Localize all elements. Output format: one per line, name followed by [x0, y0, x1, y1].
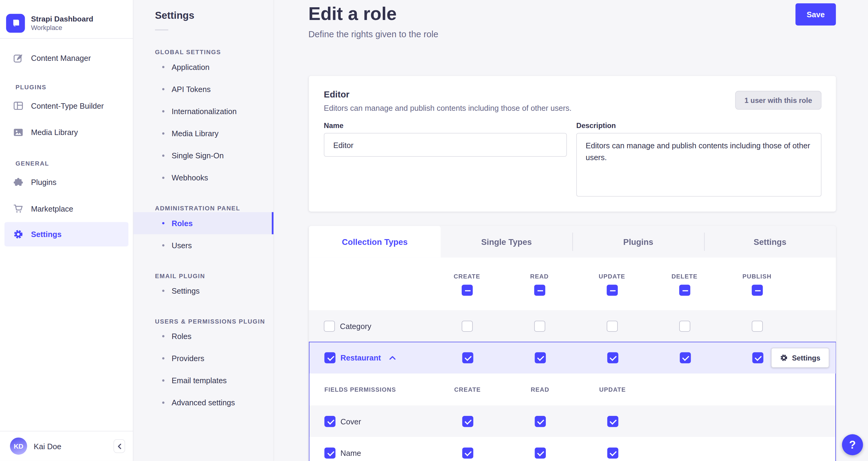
- tab-collection-types[interactable]: Collection Types: [309, 226, 440, 258]
- strapi-admin-app: Strapi Dashboard Workplace Content Manag…: [0, 0, 868, 461]
- master-checkbox-create[interactable]: [461, 285, 472, 296]
- column-header-read: READ: [530, 273, 549, 280]
- checkbox-restaurant-read[interactable]: [535, 352, 546, 364]
- subnav-item-email-templates[interactable]: Email templates: [133, 369, 274, 392]
- sidebar-item-marketplace[interactable]: Marketplace: [0, 196, 133, 222]
- checkbox-cover[interactable]: [324, 415, 336, 427]
- sidebar-item-label: Media Library: [31, 128, 78, 137]
- subnav-section-global-settings: GLOBAL SETTINGS: [133, 48, 274, 56]
- divider: [155, 29, 168, 31]
- checkbox-name-create[interactable]: [462, 447, 473, 458]
- sidebar-item-media-library[interactable]: Media Library: [0, 119, 133, 146]
- table-row-category: Category: [309, 310, 836, 342]
- bullet-icon: [162, 335, 164, 337]
- fields-column-update: UPDATE: [599, 386, 626, 393]
- help-button[interactable]: ?: [842, 434, 863, 455]
- workspace-subtitle: Workplace: [31, 24, 93, 32]
- master-checkbox-delete[interactable]: [679, 285, 690, 296]
- checkbox-restaurant-publish[interactable]: [752, 352, 763, 364]
- master-checkbox-update[interactable]: [606, 285, 618, 296]
- subnav-item-internationalization[interactable]: Internationalization: [133, 100, 274, 122]
- role-name-heading: Editor: [324, 90, 349, 99]
- sidebar-item-content-type-builder[interactable]: Content-Type Builder: [0, 93, 133, 119]
- tab-single-types[interactable]: Single Types: [440, 226, 572, 258]
- master-checkbox-read[interactable]: [534, 285, 545, 296]
- role-details-card: Editor Editors can manage and publish co…: [309, 76, 836, 211]
- users-with-role-button[interactable]: 1 user with this role: [735, 91, 822, 110]
- subnav-item-providers[interactable]: Providers: [133, 347, 274, 369]
- subnav-item-webhooks[interactable]: Webhooks: [133, 167, 274, 189]
- collapse-sidebar-button[interactable]: [114, 439, 125, 453]
- checkbox-restaurant-delete[interactable]: [680, 352, 691, 364]
- checkbox-cover-read[interactable]: [535, 415, 546, 427]
- user-name: Kai Doe: [34, 442, 107, 451]
- column-header-delete: DELETE: [671, 273, 698, 280]
- permissions-table-header: CREATE READ UPDATE DELETE PUBLISH: [309, 258, 836, 310]
- checkbox-cover-update[interactable]: [607, 415, 618, 427]
- sidebar-item-label: Content Manager: [31, 54, 91, 62]
- fields-permissions-title: FIELDS PERMISSIONS: [324, 386, 396, 393]
- bullet-icon: [162, 110, 164, 112]
- settings-subnav: Settings GLOBAL SETTINGS Application API…: [133, 0, 274, 461]
- subnav-section-email-plugin: EMAIL PLUGIN: [133, 272, 274, 280]
- subnav-item-users[interactable]: Users: [133, 234, 274, 256]
- checkbox-restaurant-create[interactable]: [462, 352, 473, 364]
- row-settings-button[interactable]: Settings: [771, 348, 829, 368]
- checkbox-cover-create[interactable]: [462, 415, 473, 427]
- chevron-up-icon[interactable]: [390, 356, 396, 360]
- subnav-item-single-sign-on[interactable]: Single Sign-On: [133, 145, 274, 167]
- workspace-title: Strapi Dashboard: [31, 15, 93, 24]
- master-checkbox-publish[interactable]: [751, 285, 763, 296]
- checkbox-category-create[interactable]: [461, 320, 472, 332]
- permissions-card: Collection Types Single Types Plugins Se…: [309, 226, 836, 461]
- row-label[interactable]: Category: [340, 321, 371, 330]
- gear-icon: [13, 229, 23, 239]
- sidebar-item-label: Marketplace: [31, 204, 73, 213]
- permissions-tabs: Collection Types Single Types Plugins Se…: [309, 226, 836, 258]
- subnav-item-api-tokens[interactable]: API Tokens: [133, 78, 274, 100]
- checkbox-category[interactable]: [324, 320, 335, 332]
- subnav-item-advanced-settings[interactable]: Advanced settings: [133, 392, 274, 414]
- avatar[interactable]: KD: [10, 437, 27, 455]
- checkbox-restaurant-update[interactable]: [607, 352, 618, 364]
- checkbox-category-publish[interactable]: [751, 320, 763, 332]
- sidebar-item-settings[interactable]: Settings: [4, 222, 129, 247]
- subnav-item-media-library[interactable]: Media Library: [133, 122, 274, 144]
- checkbox-category-read[interactable]: [534, 320, 545, 332]
- bullet-icon: [162, 222, 164, 224]
- restaurant-expanded-section: Restaurant: [309, 342, 836, 461]
- bullet-icon: [162, 379, 164, 381]
- sidebar-footer: KD Kai Doe: [0, 431, 133, 461]
- subnav-item-up-roles[interactable]: Roles: [133, 325, 274, 347]
- sidebar-item-label: Settings: [31, 230, 61, 238]
- sidebar-item-label: Plugins: [31, 178, 56, 186]
- page-subtitle: Define the rights given to the role: [308, 29, 438, 39]
- row-label[interactable]: Restaurant: [340, 353, 381, 362]
- bullet-icon: [162, 244, 164, 247]
- checkbox-restaurant[interactable]: [324, 352, 336, 364]
- main-sidebar: Strapi Dashboard Workplace Content Manag…: [0, 0, 133, 461]
- gear-icon: [780, 354, 788, 362]
- subnav-item-application[interactable]: Application: [133, 56, 274, 78]
- workspace-switcher[interactable]: Strapi Dashboard Workplace: [0, 0, 133, 38]
- checkbox-name[interactable]: [324, 447, 336, 458]
- save-button[interactable]: Save: [796, 3, 836, 25]
- bullet-icon: [162, 290, 164, 292]
- bullet-icon: [162, 402, 164, 404]
- sidebar-item-plugins[interactable]: Plugins: [0, 169, 133, 196]
- bullet-icon: [162, 154, 164, 156]
- row-label: Name: [340, 448, 361, 457]
- checkbox-name-read[interactable]: [535, 447, 546, 458]
- tab-plugins[interactable]: Plugins: [572, 226, 704, 258]
- sidebar-item-content-manager[interactable]: Content Manager: [0, 45, 133, 71]
- subnav-item-roles[interactable]: Roles: [133, 212, 274, 234]
- tab-settings[interactable]: Settings: [704, 226, 836, 258]
- pen-square-icon: [13, 53, 23, 63]
- checkbox-category-delete[interactable]: [679, 320, 690, 332]
- checkbox-category-update[interactable]: [606, 320, 618, 332]
- cart-icon: [13, 204, 23, 214]
- role-description-input[interactable]: Editors can manage and publish contents …: [576, 133, 822, 197]
- role-name-input[interactable]: [324, 133, 567, 157]
- checkbox-name-update[interactable]: [607, 447, 618, 458]
- subnav-item-email-settings[interactable]: Settings: [133, 280, 274, 302]
